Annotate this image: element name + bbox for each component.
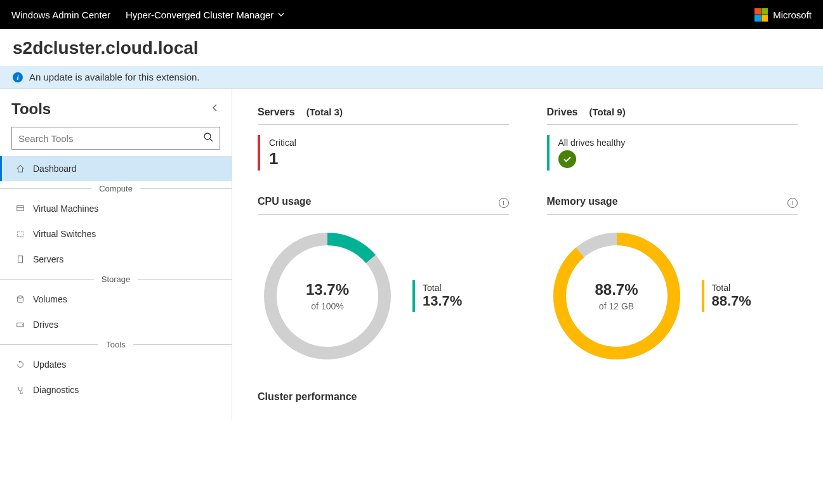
cpu-gauge: 13.7% of 100% [258,226,397,366]
server-icon [15,255,25,264]
sidebar-item-label: Diagnostics [33,385,79,395]
memory-title: Memory usage [547,196,618,207]
update-notice[interactable]: i An update is available for this extens… [0,66,823,89]
svg-point-6 [18,296,23,299]
search-tools-input-container[interactable] [11,127,220,150]
sidebar-item-label: Dashboard [33,164,77,174]
sidebar-item-servers[interactable]: Servers [0,247,232,272]
dropdown-label: Hyper-Converged Cluster Manager [126,10,273,20]
tools-heading: Tools [11,100,51,118]
svg-rect-4 [18,231,23,237]
memory-gauge: 88.7% of 12 GB [547,226,687,366]
notice-text: An update is available for this extensio… [29,72,200,82]
logo-text: Microsoft [773,10,812,20]
info-icon[interactable]: i [787,198,798,208]
svg-rect-5 [18,256,23,263]
main-content: Servers (Total 3) Critical 1 Drives (Tot… [232,89,823,420]
servers-status-label: Critical [269,138,296,148]
sidebar: Tools DashboardComputeVirtual MachinesVi… [0,89,232,420]
cluster-performance-title: Cluster performance [258,391,798,403]
update-icon [15,360,25,369]
section-divider: Compute [0,181,232,196]
sidebar-item-label: Servers [33,254,63,264]
cpu-title: CPU usage [258,196,311,207]
memory-total-bar [702,280,704,312]
sidebar-item-dashboard[interactable]: Dashboard [0,156,232,181]
diag-icon [15,385,25,394]
svg-rect-2 [17,206,24,211]
search-tools-input[interactable] [18,133,203,144]
vm-icon [15,204,25,213]
servers-card: Servers (Total 3) Critical 1 [258,107,509,196]
cpu-of-label: of 100% [311,301,343,311]
sidebar-item-label: Volumes [33,294,67,304]
cpu-card: CPU usage i 13.7% of 100% [258,196,509,366]
volume-icon [15,295,25,304]
svg-point-0 [204,133,211,139]
sidebar-item-volumes[interactable]: Volumes [0,287,232,312]
memory-of-label: of 12 GB [599,301,634,311]
sidebar-item-diagnostics[interactable]: Diagnostics [0,377,232,403]
svg-point-8 [22,325,23,326]
sidebar-item-virtual-switches[interactable]: Virtual Switches [0,221,232,247]
sidebar-item-virtual-machines[interactable]: Virtual Machines [0,196,232,221]
drive-icon [15,320,25,329]
brand-label[interactable]: Windows Admin Center [11,10,110,20]
nav-list: DashboardComputeVirtual MachinesVirtual … [0,156,232,403]
memory-total-label: Total [712,283,751,293]
memory-percent: 88.7% [595,281,638,299]
page-title: s2dcluster.cloud.local [0,29,823,66]
cpu-total-value: 13.7% [423,293,462,309]
sidebar-item-label: Updates [33,359,66,370]
drives-status-label: All drives healthy [558,138,626,148]
microsoft-logo: Microsoft [754,8,812,22]
section-divider: Storage [0,272,232,287]
critical-indicator [258,135,260,171]
section-divider: Tools [0,337,232,352]
search-icon [203,132,213,145]
svg-line-1 [210,139,213,141]
cpu-total-label: Total [423,283,462,293]
sidebar-item-label: Virtual Switches [33,229,96,239]
drives-title: Drives [547,107,578,118]
switch-icon [15,229,25,238]
cpu-total-bar [412,280,415,312]
memory-card: Memory usage i 88.7% of 12 GB [547,196,798,366]
info-icon[interactable]: i [499,198,509,208]
context-dropdown[interactable]: Hyper-Converged Cluster Manager [126,10,285,20]
healthy-indicator [547,135,550,171]
servers-status-value: 1 [269,149,296,169]
home-icon [15,164,25,173]
drives-total: (Total 9) [589,107,625,117]
sidebar-item-updates[interactable]: Updates [0,352,232,377]
sidebar-item-label: Virtual Machines [33,204,98,214]
servers-total: (Total 3) [306,107,343,117]
drives-card: Drives (Total 9) All drives healthy [547,107,798,196]
servers-title: Servers [258,107,295,118]
check-icon [558,150,576,168]
top-bar: Windows Admin Center Hyper-Converged Clu… [0,0,823,29]
sidebar-item-drives[interactable]: Drives [0,312,232,337]
info-icon: i [13,72,23,82]
cpu-percent: 13.7% [306,281,349,299]
sidebar-item-label: Drives [33,320,58,330]
memory-total-value: 88.7% [712,293,751,309]
collapse-sidebar-button[interactable] [209,101,220,117]
chevron-down-icon [277,10,285,20]
